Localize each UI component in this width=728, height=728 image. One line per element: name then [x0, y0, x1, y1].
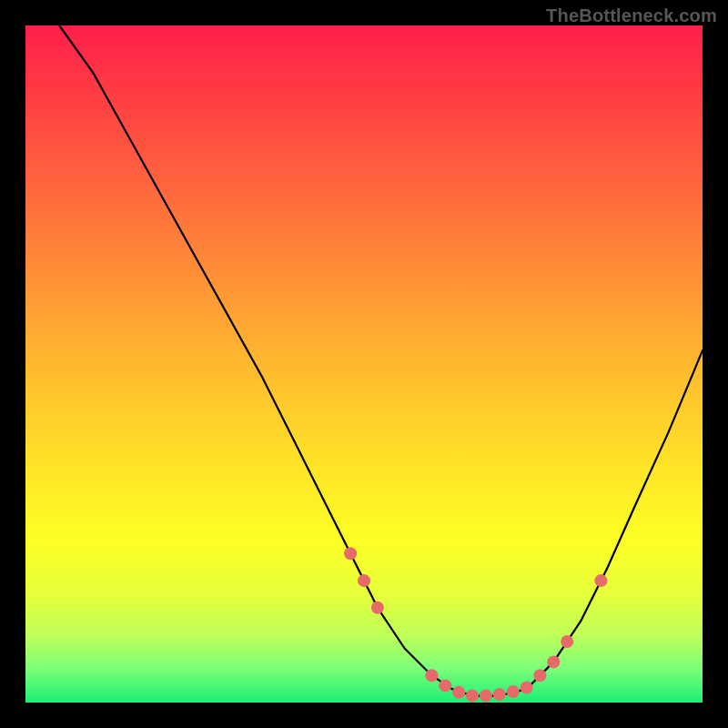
- data-marker: [344, 547, 357, 560]
- data-marker: [452, 686, 465, 699]
- data-marker: [533, 669, 546, 682]
- data-marker: [358, 574, 370, 587]
- data-marker: [493, 688, 506, 701]
- bottleneck-curve: [59, 25, 703, 696]
- data-marker: [507, 685, 520, 698]
- data-marker: [371, 602, 384, 614]
- data-marker: [561, 635, 573, 648]
- data-marker: [594, 574, 607, 587]
- plot-area: [25, 25, 703, 703]
- data-marker: [521, 682, 533, 694]
- chart-svg: [25, 25, 703, 703]
- data-marker: [439, 679, 451, 692]
- marker-group: [344, 547, 607, 702]
- data-marker: [425, 669, 438, 682]
- data-marker: [547, 655, 560, 668]
- data-marker: [480, 690, 492, 703]
- chart-frame: TheBottleneck.com: [0, 0, 728, 728]
- data-marker: [466, 690, 479, 703]
- watermark-text: TheBottleneck.com: [546, 5, 717, 26]
